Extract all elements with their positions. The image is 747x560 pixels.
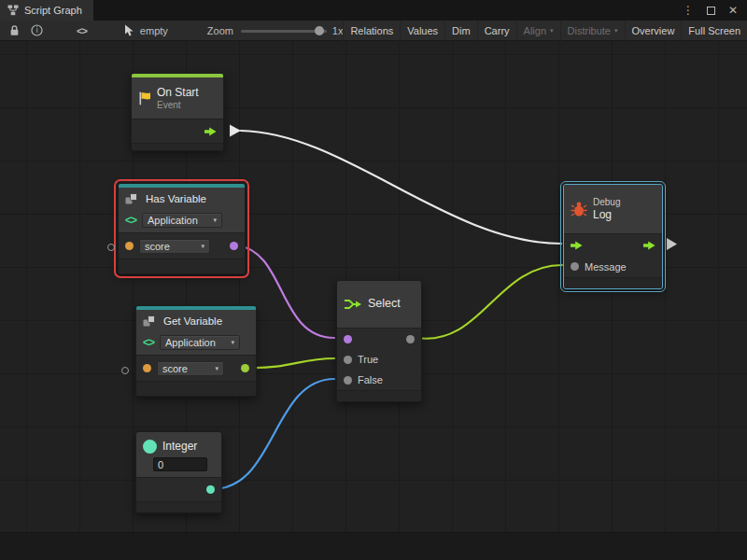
dropdown-caret-icon: ▾ <box>215 365 218 372</box>
value-indicator-ring[interactable] <box>107 244 115 251</box>
flag-icon <box>138 91 151 105</box>
close-icon[interactable]: ✕ <box>728 5 738 16</box>
value-output-port[interactable] <box>241 364 249 372</box>
node-footer <box>132 143 223 150</box>
false-port-label: False <box>358 374 383 385</box>
dropdown-caret-icon: ▾ <box>214 217 218 224</box>
node-header: Get Variable <> Application ▾ <box>136 310 256 355</box>
fullscreen-button[interactable]: Full Screen <box>681 21 747 41</box>
cursor-icon <box>124 24 134 36</box>
node-footer <box>136 381 256 396</box>
align-button: Align ▾ <box>516 21 560 41</box>
tab-bar: Script Graph ⋮ ✕ <box>0 0 747 21</box>
carry-button[interactable]: Carry <box>477 21 516 41</box>
integer-literal-icon <box>143 440 157 454</box>
node-ports: True False <box>337 328 421 390</box>
node-surtitle: Debug <box>593 197 620 208</box>
relations-button[interactable]: Relations <box>343 21 400 41</box>
variable-name-dropdown[interactable]: score ▾ <box>157 361 224 376</box>
node-title: On Start <box>157 86 199 100</box>
node-header: Integer 0 <box>136 432 221 477</box>
scope-dropdown[interactable]: Application ▾ <box>142 213 222 228</box>
node-footer <box>337 390 421 401</box>
tab-script-graph[interactable]: Script Graph <box>0 0 93 21</box>
node-title: Integer <box>162 440 197 454</box>
true-port-label: True <box>358 354 378 365</box>
variable-kind-icon: <> <box>125 214 136 227</box>
false-input-port[interactable] <box>344 376 352 385</box>
debuglog-output-arrow <box>667 238 677 250</box>
tab-title: Script Graph <box>24 5 82 16</box>
selection-indicator: empty <box>124 24 168 36</box>
svg-text:i: i <box>35 26 37 35</box>
node-on-start[interactable]: On Start Event <box>131 73 224 151</box>
node-title: Has Variable <box>146 192 206 205</box>
integer-value-input[interactable]: 0 <box>153 457 207 471</box>
node-header: Debug Log <box>564 185 662 233</box>
zoom-slider[interactable] <box>241 21 327 41</box>
toolbar-buttons: Relations Values Dim Carry Align ▾ Distr… <box>343 21 747 41</box>
node-get-variable[interactable]: Get Variable <> Application ▾ score ▾ <box>135 305 257 397</box>
node-title: Log <box>593 208 620 222</box>
bool-output-port[interactable] <box>230 242 238 250</box>
maximize-icon[interactable] <box>707 7 715 15</box>
node-ports: score ▾ <box>119 232 245 259</box>
dropdown-caret-icon: ▾ <box>232 339 235 346</box>
node-footer <box>136 501 221 512</box>
message-input-port[interactable] <box>571 262 579 271</box>
node-title: Select <box>368 297 401 312</box>
node-has-variable[interactable]: Has Variable <> Application ▾ score ▾ <box>118 183 246 274</box>
condition-input-port[interactable] <box>344 335 352 343</box>
node-subtitle: Event <box>157 100 199 111</box>
scope-dropdown-value: Application <box>148 215 198 226</box>
distribute-button-label: Distribute <box>568 25 611 36</box>
wire-onstart-to-debuglog[interactable] <box>241 131 561 244</box>
value-indicator-ring[interactable] <box>121 367 129 374</box>
integer-output-port[interactable] <box>206 485 215 494</box>
values-button[interactable]: Values <box>400 21 444 41</box>
script-graph-window: Script Graph ⋮ ✕ i <> <box>0 0 747 560</box>
variable-name-input-port[interactable] <box>143 364 151 372</box>
align-button-label: Align <box>524 25 546 36</box>
zoom-value: 1x <box>332 25 344 36</box>
flow-output-port[interactable] <box>643 241 655 250</box>
select-merge-icon <box>344 298 362 311</box>
zoom-slider-knob[interactable] <box>315 26 324 35</box>
variable-name-dropdown[interactable]: score ▾ <box>139 239 210 254</box>
node-title: Get Variable <box>163 315 222 328</box>
flow-input-port[interactable] <box>571 241 583 250</box>
node-debug-log[interactable]: Debug Log <box>563 184 663 289</box>
overview-button[interactable]: Overview <box>625 21 682 41</box>
node-footer <box>564 277 662 288</box>
menu-icon[interactable]: ⋮ <box>683 5 694 16</box>
info-icon[interactable]: i <box>25 21 49 41</box>
node-header: On Start Event <box>132 77 223 119</box>
trigger-output-port[interactable] <box>204 127 217 136</box>
variable-kind-icon: <> <box>143 336 154 349</box>
dropdown-caret-icon: ▾ <box>614 27 618 35</box>
node-select[interactable]: Select True False <box>336 280 422 402</box>
node-header: Select <box>337 281 421 328</box>
variable-name-input-port[interactable] <box>125 242 134 250</box>
code-icon[interactable]: <> <box>71 21 92 41</box>
scope-dropdown[interactable]: Application ▾ <box>160 335 240 350</box>
wire-select-to-debuglog-message[interactable] <box>416 265 562 339</box>
lock-icon[interactable] <box>4 21 25 41</box>
scope-dropdown-value: Application <box>165 337 216 348</box>
bug-icon <box>571 202 587 217</box>
graph-toolbar: i <> empty Zoom 1x Relations Values Dim … <box>0 21 747 41</box>
variable-name-value: score <box>145 241 170 252</box>
wire-getvariable-to-select-true[interactable] <box>250 358 334 368</box>
true-input-port[interactable] <box>344 356 352 364</box>
window-controls: ⋮ ✕ <box>683 0 747 21</box>
node-footer <box>119 259 245 273</box>
selection-output-port[interactable] <box>406 335 415 343</box>
node-ports <box>132 119 223 143</box>
graph-canvas[interactable]: On Start Event <box>0 41 747 560</box>
variable-boxes-icon <box>143 315 158 328</box>
wire-start-arrow <box>230 125 241 137</box>
dim-button[interactable]: Dim <box>444 21 477 41</box>
node-integer[interactable]: Integer 0 <box>135 431 222 513</box>
script-graph-icon <box>7 5 19 16</box>
node-header: Has Variable <> Application ▾ <box>119 188 245 232</box>
